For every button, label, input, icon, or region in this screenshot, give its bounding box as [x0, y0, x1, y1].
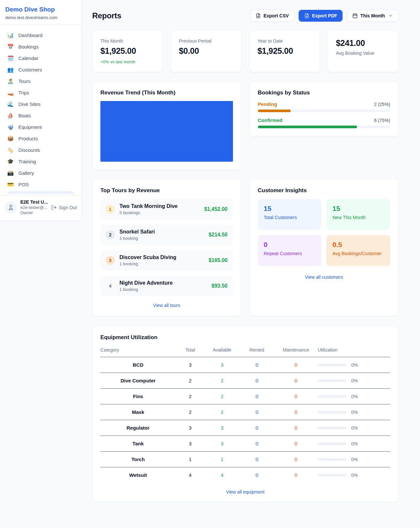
sidebar-item-boats[interactable]: ⛵ Boats [3, 110, 79, 121]
column-header-total: Total [176, 347, 205, 357]
stat-card-previous-period: Previous Period $0.00 [171, 30, 241, 72]
equipment-rented: 0 [240, 436, 274, 452]
equipment-total: 2 [176, 389, 205, 404]
sidebar-item-label: POS [18, 182, 29, 187]
utilization-percent: 0% [351, 457, 358, 462]
view-all-customers-link[interactable]: View all customers [305, 274, 343, 280]
utilization-percent: 0% [351, 394, 358, 399]
main-content: Reports Export CSV Export PDF This Month… [82, 0, 420, 515]
rank-badge: 3 [106, 256, 115, 265]
sidebar-item-discounts[interactable]: 🏷️ Discounts [3, 144, 79, 156]
sidebar-header: Demo Dive Shop demo.test.divestreams.com [0, 0, 81, 25]
chevron-down-icon [388, 13, 393, 18]
period-label: This Month [360, 13, 385, 18]
user-icon [8, 204, 14, 211]
equipment-available: 2 [205, 389, 240, 404]
equipment-table: Category Total Available Rented Maintena… [100, 347, 390, 483]
stat-value: $241.00 [336, 38, 390, 48]
user-email: e2e-tester@... [20, 205, 49, 210]
sidebar-item-dashboard[interactable]: 📊 Dashboard [3, 30, 79, 41]
boats-sailboat-icon: ⛵ [7, 113, 14, 118]
sign-out-icon [51, 205, 57, 210]
file-download-icon [304, 13, 309, 18]
customer-insights-title: Customer Insights [258, 187, 390, 194]
stat-label: Avg Booking Value [336, 51, 390, 56]
sidebar-item-bookings[interactable]: 📅 Bookings [3, 41, 79, 52]
sidebar-item-pos[interactable]: 💳 POS [3, 179, 79, 190]
equipment-rented: 0 [240, 357, 274, 373]
sidebar-item-label: Calendar [18, 55, 38, 61]
gallery-camera-icon: 📸 [7, 171, 14, 176]
bookings-by-status-title: Bookings by Status [258, 90, 390, 96]
view-all-equipment-link[interactable]: View all equipment [226, 489, 264, 495]
equipment-available: 3 [205, 420, 240, 436]
user-name: E2E Test U... [20, 199, 77, 205]
shop-name: Demo Dive Shop [5, 6, 76, 13]
table-row: Dive Computer 2 2 0 0 0% [100, 373, 390, 389]
sidebar-item-tours[interactable]: 🏝️ Tours [3, 75, 79, 87]
equipment-available: 1 [205, 452, 240, 467]
tour-amount: $214.50 [209, 232, 228, 238]
sidebar-item-customers[interactable]: 👥 Customers [3, 64, 79, 75]
status-bar-fill-confirmed [258, 126, 357, 128]
equipment-available: 3 [205, 357, 240, 373]
tour-name: Night Dive Adventure [119, 280, 207, 286]
equipment-maintenance: 0 [274, 389, 318, 404]
sidebar-item-dive-sites[interactable]: 🌊 Dive Sites [3, 98, 79, 110]
tour-row: 2 Snorkel Safari 1 booking $214.50 [100, 225, 233, 245]
equipment-total: 3 [176, 420, 205, 436]
sidebar-nav: 📊 Dashboard 📅 Bookings 🗓️ Calendar 👥 Cus… [0, 25, 81, 195]
sidebar-item-calendar[interactable]: 🗓️ Calendar [3, 52, 79, 64]
sidebar-item-equipment[interactable]: 🤿 Equipment [3, 121, 79, 133]
column-header-utilization: Utilization [318, 347, 390, 357]
tour-name: Discover Scuba Diving [119, 254, 204, 260]
tours-island-icon: 🏝️ [7, 79, 14, 84]
equipment-category: Torch [100, 452, 176, 467]
stat-value: $1,925.00 [100, 46, 155, 56]
table-row: Tank 3 3 0 0 0% [100, 436, 390, 452]
dashboard-icon: 📊 [7, 33, 14, 38]
equipment-rented: 0 [240, 420, 274, 436]
insight-label: Total Customers [264, 215, 316, 220]
sidebar-item-gallery[interactable]: 📸 Gallery [3, 167, 79, 179]
sidebar-item-products[interactable]: 📦 Products [3, 133, 79, 144]
utilization-bar [318, 474, 346, 477]
view-all-tours-link[interactable]: View all tours [153, 303, 180, 308]
period-selector[interactable]: This Month [347, 10, 398, 22]
table-row: Fins 2 2 0 0 0% [100, 389, 390, 404]
utilization-bar [318, 364, 346, 366]
revenue-trend-card: Revenue Trend (This Month) [92, 81, 241, 170]
insight-tile-new-this-month: 15 New This Month [326, 199, 390, 230]
sidebar-item-training[interactable]: 🎓 Training [3, 156, 79, 167]
sidebar-item-trips[interactable]: 🚤 Trips [3, 87, 79, 98]
status-bar-track [258, 126, 390, 128]
shop-domain: demo.test.divestreams.com [5, 15, 76, 20]
column-header-category: Category [100, 347, 176, 357]
export-csv-button[interactable]: Export CSV [250, 10, 294, 22]
sign-out-button[interactable]: Sign Out [51, 205, 77, 210]
equipment-total: 3 [176, 357, 205, 373]
discounts-tag-icon: 🏷️ [7, 148, 14, 153]
column-header-rented: Rented [240, 347, 274, 357]
tour-name: Snorkel Safari [119, 229, 204, 235]
bookings-calendar-icon: 📅 [7, 44, 14, 50]
sidebar-item-label: Boats [18, 113, 31, 118]
charts-row: Revenue Trend (This Month) Bookings by S… [92, 81, 398, 170]
export-pdf-button[interactable]: Export PDF [299, 10, 343, 22]
utilization-bar [318, 458, 346, 461]
insight-value: 0.5 [332, 241, 384, 249]
rank-badge: 2 [106, 230, 115, 239]
stat-delta: +0% vs last month [100, 59, 155, 64]
sidebar-item-label: Training [18, 159, 36, 164]
equipment-category: Dive Computer [100, 373, 176, 389]
sidebar-user-footer: E2E Test U... e2e-tester@... Sign Out Ow… [0, 195, 81, 220]
stat-label: Previous Period [179, 38, 233, 44]
equipment-available: 4 [205, 467, 240, 483]
table-row: BCD 3 3 0 0 0% [100, 357, 390, 373]
status-count-pending: 2 (25%) [374, 102, 390, 107]
utilization-percent: 0% [351, 378, 358, 383]
sidebar-item-reports-partial[interactable] [7, 191, 74, 194]
stat-card-avg-booking-value: $241.00 Avg Booking Value [328, 30, 398, 72]
tour-bookings: 1 booking [119, 261, 204, 266]
equipment-maintenance: 0 [274, 467, 318, 483]
